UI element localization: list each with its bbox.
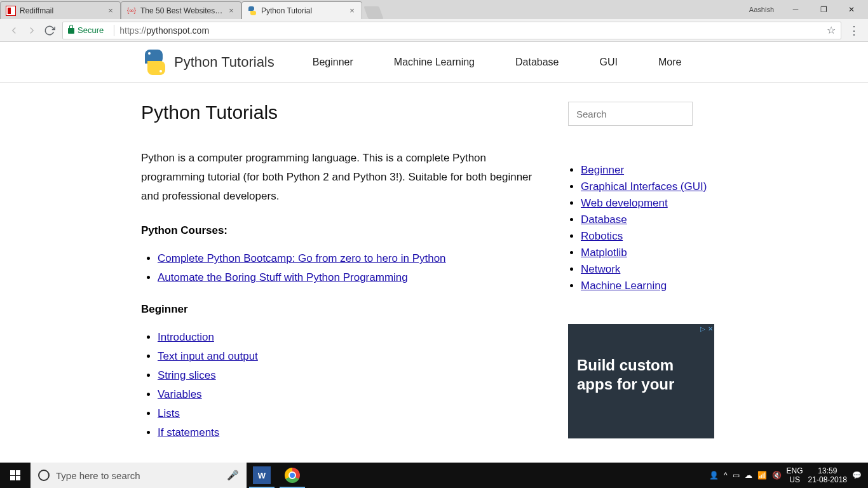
category-link[interactable]: Machine Learning (581, 280, 667, 292)
tray-chevron-icon[interactable]: ^ (724, 471, 728, 480)
nav-link[interactable]: More (658, 57, 681, 68)
tutorial-link[interactable]: If statements (158, 426, 219, 438)
sidebar: Beginner Graphical Interfaces (GUI) Web … (548, 102, 713, 458)
taskbar-search[interactable]: Type here to search 🎤 (31, 463, 247, 488)
chrome-icon (285, 468, 300, 483)
taskbar-app-chrome[interactable] (277, 463, 308, 488)
back-button[interactable] (5, 22, 23, 39)
windows-logo-icon (10, 470, 20, 480)
profile-name[interactable]: Aashish (749, 6, 774, 13)
volume-icon[interactable]: 🔇 (772, 471, 782, 480)
microphone-icon[interactable]: 🎤 (227, 470, 239, 481)
cortana-icon (38, 470, 50, 481)
category-list: Beginner Graphical Interfaces (GUI) Web … (568, 164, 713, 292)
category-link[interactable]: Graphical Interfaces (GUI) (581, 180, 707, 193)
browser-tab[interactable]: Python Tutorial × (241, 1, 362, 19)
list-item: If statements (158, 426, 548, 439)
list-item: String slices (158, 369, 548, 382)
people-icon[interactable]: 👤 (709, 471, 719, 480)
reload-button[interactable] (41, 22, 58, 39)
main-content: Python Tutorials Python is a computer pr… (141, 102, 548, 458)
list-item: Robotics (581, 230, 713, 243)
category-link[interactable]: Database (581, 214, 627, 226)
window-maximize-button[interactable]: ❐ (810, 1, 837, 18)
nav-link[interactable]: Database (515, 57, 559, 68)
close-tab-icon[interactable]: × (348, 6, 356, 15)
list-item: Machine Learning (581, 280, 713, 292)
tab-title: Python Tutorial (261, 6, 345, 15)
category-link[interactable]: Web development (581, 197, 668, 209)
site-header: Python Tutorials Beginner Machine Learni… (0, 42, 868, 83)
advertisement[interactable]: ▷ ✕ Build custom apps for your (568, 324, 714, 438)
page-viewport[interactable]: Python Tutorials Beginner Machine Learni… (0, 42, 868, 463)
nav-link[interactable]: GUI (600, 57, 618, 68)
category-link[interactable]: Matplotlib (581, 247, 627, 259)
word-icon: W (253, 466, 271, 484)
secure-indicator: Secure (68, 25, 104, 35)
list-item: Beginner (581, 164, 713, 177)
window-minimize-button[interactable]: ─ (782, 1, 810, 18)
browser-toolbar: Secure https://pythonspot.com ☆ ⋮ (0, 19, 868, 42)
list-item: Matplotlib (581, 247, 713, 259)
search-placeholder: Type here to search (56, 470, 140, 481)
main-nav: Beginner Machine Learning Database GUI M… (313, 57, 682, 68)
nav-link[interactable]: Beginner (313, 57, 353, 68)
page-title: Python Tutorials (141, 102, 548, 123)
tutorial-link[interactable]: Introduction (158, 331, 214, 343)
battery-icon[interactable]: ▭ (733, 471, 740, 480)
list-item: Variables (158, 388, 548, 401)
ad-close-icon[interactable]: ✕ (708, 325, 713, 332)
close-tab-icon[interactable]: × (227, 6, 236, 15)
new-tab-button[interactable] (363, 6, 383, 19)
section-heading: Beginner (141, 303, 548, 316)
start-button[interactable] (0, 463, 31, 488)
site-logo[interactable]: Python Tutorials (141, 48, 275, 76)
list-item: Database (581, 214, 713, 226)
list-item: Introduction (158, 331, 548, 344)
chrome-menu-button[interactable]: ⋮ (845, 24, 863, 37)
browser-tab[interactable]: Rediffmail × (0, 1, 121, 19)
taskbar-app-word[interactable]: W (247, 463, 277, 488)
tutorial-link[interactable]: Text input and output (158, 350, 258, 362)
tab-title: The 50 Best Websites to L (140, 6, 224, 15)
adchoices-icon[interactable]: ▷ (700, 325, 705, 332)
action-center-icon[interactable]: 💬 (852, 471, 862, 480)
forward-button[interactable] (23, 22, 41, 39)
wifi-icon[interactable]: 📶 (757, 471, 767, 480)
close-tab-icon[interactable]: × (106, 6, 115, 15)
browser-tab-strip: Rediffmail × {∞} The 50 Best Websites to… (0, 0, 741, 19)
course-link[interactable]: Complete Python Bootcamp: Go from zero t… (158, 252, 446, 264)
browser-tab[interactable]: {∞} The 50 Best Websites to L × (121, 1, 241, 19)
course-link[interactable]: Automate the Boring Stuff with Python Pr… (158, 271, 408, 283)
window-close-button[interactable]: ✕ (837, 1, 865, 18)
list-item: Network (581, 263, 713, 276)
tutorial-link[interactable]: Lists (158, 407, 180, 419)
url-domain: pythonspot.com (146, 25, 209, 36)
list-item: Lists (158, 407, 548, 420)
list-item: Automate the Boring Stuff with Python Pr… (158, 271, 548, 284)
section-heading: Python Courses: (141, 224, 548, 237)
python-logo-icon (141, 48, 169, 76)
category-link[interactable]: Network (581, 263, 620, 275)
tutorial-link[interactable]: String slices (158, 369, 216, 381)
site-favicon: {∞} (126, 6, 137, 16)
language-indicator[interactable]: ENG US (787, 466, 803, 485)
system-tray: 👤 ^ ▭ ☁ 📶 🔇 ENG US 13:59 21-08-2018 💬 (703, 466, 868, 485)
ad-text: Build custom apps for your (577, 356, 705, 394)
tab-title: Rediffmail (20, 6, 104, 15)
rediff-favicon (6, 6, 16, 16)
nav-link[interactable]: Machine Learning (394, 57, 475, 68)
category-link[interactable]: Robotics (581, 230, 623, 242)
onedrive-icon[interactable]: ☁ (745, 471, 752, 480)
address-bar[interactable]: Secure https://pythonspot.com ☆ (62, 22, 841, 39)
lock-icon (68, 28, 74, 34)
site-title: Python Tutorials (174, 54, 275, 71)
windows-taskbar: Type here to search 🎤 W 👤 ^ ▭ ☁ 📶 🔇 ENG … (0, 463, 868, 488)
separator (114, 25, 114, 36)
bookmark-star-icon[interactable]: ☆ (827, 24, 836, 36)
search-input[interactable] (568, 102, 693, 126)
category-link[interactable]: Beginner (581, 164, 624, 176)
tutorial-link[interactable]: Variables (158, 388, 202, 400)
list-item: Text input and output (158, 350, 548, 363)
clock[interactable]: 13:59 21-08-2018 (808, 466, 847, 485)
